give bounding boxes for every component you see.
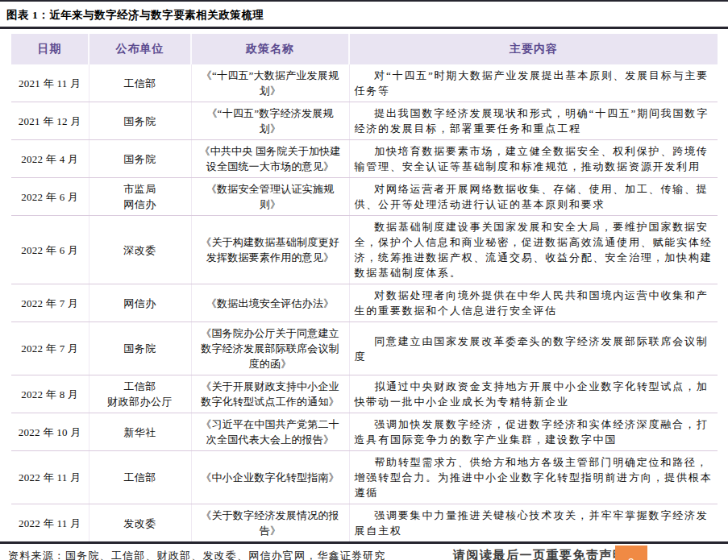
page-number: 9 — [628, 556, 634, 560]
cell-date: 2022 年 6 月 — [11, 216, 89, 284]
cell-content: 强调加快发展数字经济，促进数字经济和实体经济深度融合，打造具有国际竞争力的数字产… — [349, 413, 718, 451]
cell-policy: 《中共中央 国务院关于加快建设全国统一大市场的意见》 — [191, 140, 349, 178]
table-row: 2022 年 6 月 市监局 网信办 《数据安全管理认证实施规则》 对网络运营者… — [11, 178, 718, 216]
cell-policy: 《习近平在中国共产党第二十次全国代表大会上的报告》 — [191, 413, 349, 451]
cell-date: 2022 年 8 月 — [11, 375, 89, 413]
cell-content: 对数据处理者向境外提供在中华人民共和国境内运营中收集和产生的重要数据和个人信息进… — [349, 284, 718, 322]
cell-content: 加快培育数据要素市场，建立健全数据安全、权利保护、跨境传输管理、安全认证等基础制… — [349, 140, 718, 178]
header-cell-policy: 政策名称 — [191, 34, 349, 64]
cell-content: 帮助转型需求方、供给方和地方各级主管部门明确定位和路径，增强转型合力。为推进中小… — [349, 451, 718, 504]
cell-unit: 发改委 — [89, 504, 191, 542]
table-row: 2022 年 4 月 国务院 《中共中央 国务院关于加快建设全国统一大市场的意见… — [11, 140, 718, 178]
table-row: 2021 年 12 月 国务院 《“十四五”数字经济发展规划》 提出我国数字经济… — [11, 102, 718, 140]
cell-content: 拟通过中央财政资金支持地方开展中小企业数字化转型试点，加快带动一批中小企业成长为… — [349, 375, 718, 413]
cell-content: 提出我国数字经济发展现状和形式，明确“十四五”期间我国数字经济的发展目标，部署重… — [349, 102, 718, 140]
table-row: 2021 年 11 月 工信部 《“十四五”大数据产业发展规划》 对“十四五”时… — [11, 64, 718, 102]
table-header-row: 日期 公布单位 政策名称 主要内容 — [11, 34, 718, 64]
table-row: 2022 年 6 月 深改委 《关于构建数据基础制度更好发挥数据要素作用的意见》… — [11, 216, 718, 284]
cell-unit: 工信部 财政部办公厅 — [89, 375, 191, 413]
cell-unit: 网信办 — [89, 284, 191, 322]
cell-unit: 国务院 — [89, 140, 191, 178]
page-number-badge: 9 — [615, 545, 647, 560]
title-underline-rule — [0, 27, 728, 29]
cell-policy: 《“十四五”大数据产业发展规划》 — [191, 64, 349, 102]
cell-policy: 《国务院办公厅关于同意建立数字经济发展部际联席会议制度的函》 — [191, 322, 349, 375]
cell-date: 2022 年 6 月 — [11, 178, 89, 216]
cell-date: 2022 年 11 月 — [11, 451, 89, 504]
footer-disclaimer: 请阅读最后一页重要免责声明 — [453, 548, 626, 560]
table-row: 2022 年 7 月 网信办 《数据出境安全评估办法》 对数据处理者向境外提供在… — [11, 284, 718, 322]
header-cell-content: 主要内容 — [349, 34, 718, 64]
cell-date: 2021 年 12 月 — [11, 102, 89, 140]
cell-date: 2022 年 10 月 — [11, 413, 89, 451]
cell-unit: 市监局 网信办 — [89, 178, 191, 216]
cell-date: 2021 年 11 月 — [11, 64, 89, 102]
cell-unit: 工信部 — [89, 451, 191, 504]
cell-policy: 《“十四五”数字经济发展规划》 — [191, 102, 349, 140]
header-cell-date: 日期 — [11, 34, 89, 64]
cell-date: 2022 年 11 月 — [11, 504, 89, 542]
cell-policy: 《数据出境安全评估办法》 — [191, 284, 349, 322]
cell-policy: 《中小企业数字化转型指南》 — [191, 451, 349, 504]
cell-content: 强调要集中力量推进关键核心技术攻关，并牢牢掌握数字经济发展自主权 — [349, 504, 718, 542]
policy-table: 日期 公布单位 政策名称 主要内容 2021 年 11 月 工信部 《“十四五”… — [11, 34, 718, 541]
cell-policy: 《关于构建数据基础制度更好发挥数据要素作用的意见》 — [191, 216, 349, 284]
cell-unit: 国务院 — [89, 322, 191, 375]
cell-policy: 《数据安全管理认证实施规则》 — [191, 178, 349, 216]
cell-content: 同意建立由国家发展改革委牵头的数字经济发展部际联席会议制度 — [349, 322, 718, 375]
policy-table-body: 2021 年 11 月 工信部 《“十四五”大数据产业发展规划》 对“十四五”时… — [11, 64, 718, 541]
cell-unit: 深改委 — [89, 216, 191, 284]
table-row: 2022 年 11 月 工信部 《中小企业数字化转型指南》 帮助转型需求方、供给… — [11, 451, 718, 504]
cell-date: 2022 年 7 月 — [11, 322, 89, 375]
table-row: 2022 年 8 月 工信部 财政部办公厅 《关于开展财政支持中小企业数字化转型… — [11, 375, 718, 413]
cell-unit: 工信部 — [89, 64, 191, 102]
cell-policy: 《关于数字经济发展情况的报告》 — [191, 504, 349, 542]
table-row: 2022 年 7 月 国务院 《国务院办公厅关于同意建立数字经济发展部际联席会议… — [11, 322, 718, 375]
figure-title: 图表 1：近年来与数字经济与数字要素相关政策梳理 — [0, 2, 728, 27]
cell-policy: 《关于开展财政支持中小企业数字化转型试点工作的通知》 — [191, 375, 349, 413]
cell-date: 2022 年 4 月 — [11, 140, 89, 178]
cell-content: 对“十四五”时期大数据产业发展提出基本原则、发展目标与主要任务等 — [349, 64, 718, 102]
cell-unit: 国务院 — [89, 102, 191, 140]
table-row: 2022 年 10 月 新华社 《习近平在中国共产党第二十次全国代表大会上的报告… — [11, 413, 718, 451]
header-cell-unit: 公布单位 — [89, 34, 191, 64]
cell-date: 2022 年 7 月 — [11, 284, 89, 322]
cell-content: 数据基础制度建设事关国家发展和安全大局，要维护国家数据安全，保护个人信息和商业秘… — [349, 216, 718, 284]
cell-content: 对网络运营者开展网络数据收集、存储、使用、加工、传输、提供、公开等处理活动进行认… — [349, 178, 718, 216]
table-row: 2022 年 11 月 发改委 《关于数字经济发展情况的报告》 强调要集中力量推… — [11, 504, 718, 542]
cell-unit: 新华社 — [89, 413, 191, 451]
